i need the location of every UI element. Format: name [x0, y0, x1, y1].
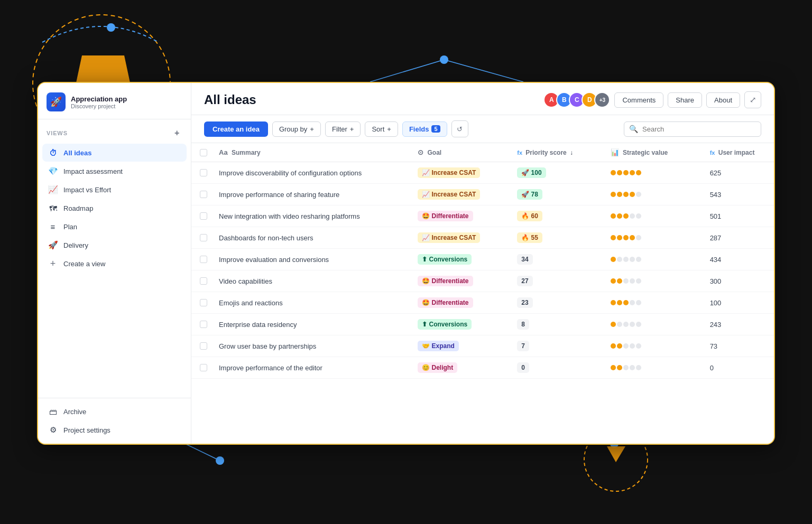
app-info: Appreciation app Discovery project: [71, 95, 127, 109]
row-checkbox[interactable]: [200, 299, 207, 306]
table-container: Aa Summary ⊙ Goal fx Priority score ↓: [191, 143, 774, 444]
row-checkbox[interactable]: [200, 169, 207, 176]
row-priority-score: 34: [509, 249, 602, 270]
sidebar-item-impact-assessment[interactable]: 💎 Impact assessment: [42, 162, 187, 180]
impact-assessment-icon: 💎: [48, 166, 58, 176]
all-ideas-icon: ⏱: [48, 147, 58, 158]
row-goal: 🤩 Differentiate: [409, 292, 509, 314]
sidebar-item-label: Impact assessment: [63, 167, 123, 175]
table-row: Video capabilities 🤩 Differentiate 27 30…: [191, 270, 774, 292]
row-strategic-value: [602, 184, 702, 205]
sidebar-nav: ⏱ All ideas 💎 Impact assessment 📈 Impact…: [38, 142, 191, 398]
about-button[interactable]: About: [706, 92, 740, 108]
select-all-checkbox[interactable]: [200, 149, 207, 156]
row-summary: Improve discoverability of configuration…: [210, 162, 409, 184]
sidebar-item-impact-effort[interactable]: 📈 Impact vs Effort: [42, 181, 187, 199]
avatar-extra-count: +3: [594, 92, 610, 108]
svg-marker-12: [607, 446, 625, 462]
row-checkbox[interactable]: [200, 212, 207, 220]
row-strategic-value: [602, 162, 702, 184]
table-row: Improve evaluation and conversions ⬆ Con…: [191, 249, 774, 270]
avatars-group: A B C D +3: [543, 92, 610, 108]
toolbar: Create an idea Group by + Filter + Sort …: [191, 115, 774, 143]
row-strategic-value: [602, 270, 702, 292]
sidebar-item-label: Roadmap: [63, 204, 93, 212]
sidebar-item-roadmap[interactable]: 🗺 Roadmap: [42, 199, 187, 217]
goal-tag: 📈 Increase CSAT: [418, 232, 480, 243]
sidebar-item-archive[interactable]: 🗃 Archive: [42, 403, 187, 420]
sidebar-item-project-settings[interactable]: ⚙ Project settings: [42, 421, 187, 439]
row-goal: 📈 Increase CSAT: [409, 162, 509, 184]
app-subtitle: Discovery project: [71, 103, 127, 109]
fields-button[interactable]: Fields 5: [402, 121, 447, 137]
th-checkbox: [191, 143, 210, 162]
goal-tag: 🤝 Expand: [418, 341, 459, 351]
row-user-impact: 300: [702, 270, 774, 292]
impact-effort-icon: 📈: [48, 184, 58, 195]
row-strategic-value: [602, 292, 702, 314]
row-summary: Grow user base by partnerships: [210, 335, 409, 357]
expand-button[interactable]: ⤢: [744, 91, 761, 108]
sort-indicator-icon: ↓: [570, 149, 573, 156]
row-checkbox-cell: [191, 292, 210, 314]
group-by-plus: +: [310, 125, 314, 133]
row-checkbox-cell: [191, 314, 210, 335]
sidebar-item-plan[interactable]: ≡ Plan: [42, 218, 187, 236]
row-user-impact: 0: [702, 357, 774, 379]
row-strategic-value: [602, 227, 702, 249]
filter-button[interactable]: Filter +: [325, 121, 361, 137]
sidebar-item-create-view[interactable]: + Create a view: [42, 255, 187, 273]
main-card: 🚀 Appreciation app Discovery project VIE…: [37, 82, 775, 445]
row-checkbox-cell: [191, 249, 210, 270]
sort-button[interactable]: Sort +: [365, 121, 398, 137]
row-checkbox[interactable]: [200, 364, 207, 371]
refresh-button[interactable]: ↺: [451, 120, 468, 137]
table-row: Improve discoverability of configuration…: [191, 162, 774, 184]
row-strategic-value: [602, 335, 702, 357]
th-priority-label: Priority score: [525, 149, 566, 156]
row-priority-score: 23: [509, 292, 602, 314]
row-goal: ⬆ Conversions: [409, 249, 509, 270]
goal-tag: 📈 Increase CSAT: [418, 167, 480, 178]
svg-line-8: [185, 444, 220, 461]
create-idea-button[interactable]: Create an idea: [204, 121, 268, 137]
row-goal: 😊 Delight: [409, 357, 509, 379]
topbar-right: A B C D +3 Comments Share About ⤢: [543, 91, 761, 108]
th-strategic-label: Strategic value: [623, 149, 668, 156]
row-priority-score: 0: [509, 357, 602, 379]
th-summary: Aa Summary: [210, 143, 409, 162]
filter-plus: +: [350, 125, 354, 133]
priority-score-badge: 0: [517, 362, 529, 373]
group-by-button[interactable]: Group by +: [272, 121, 321, 137]
sidebar-item-delivery[interactable]: 🚀 Delivery: [42, 236, 187, 254]
row-checkbox[interactable]: [200, 277, 207, 285]
row-goal: 📈 Increase CSAT: [409, 227, 509, 249]
add-view-button[interactable]: +: [172, 128, 182, 138]
create-view-icon: +: [48, 258, 58, 269]
th-priority[interactable]: fx Priority score ↓: [509, 143, 602, 162]
search-input[interactable]: [624, 121, 761, 137]
row-checkbox[interactable]: [200, 191, 207, 198]
row-summary: Improve performance of sharing feature: [210, 184, 409, 205]
comments-button[interactable]: Comments: [614, 92, 663, 108]
row-checkbox[interactable]: [200, 321, 207, 328]
page-title: All ideas: [204, 92, 256, 107]
row-checkbox[interactable]: [200, 342, 207, 350]
row-goal: 🤩 Differentiate: [409, 270, 509, 292]
row-user-impact: 543: [702, 184, 774, 205]
priority-score-badge: 23: [517, 297, 532, 308]
row-user-impact: 287: [702, 227, 774, 249]
row-checkbox[interactable]: [200, 256, 207, 263]
sidebar-item-all-ideas[interactable]: ⏱ All ideas: [42, 144, 187, 162]
archive-icon: 🗃: [48, 406, 58, 417]
goal-tag: 🤩 Differentiate: [418, 276, 473, 286]
table-row: Improve performance of the editor 😊 Deli…: [191, 357, 774, 379]
row-checkbox[interactable]: [200, 234, 207, 241]
share-button[interactable]: Share: [668, 92, 702, 108]
fields-count-badge: 5: [431, 125, 440, 133]
svg-point-3: [440, 55, 448, 64]
row-strategic-value: [602, 357, 702, 379]
search-icon: 🔍: [629, 125, 638, 133]
row-priority-score: 🔥 55: [509, 227, 602, 249]
row-user-impact: 434: [702, 249, 774, 270]
